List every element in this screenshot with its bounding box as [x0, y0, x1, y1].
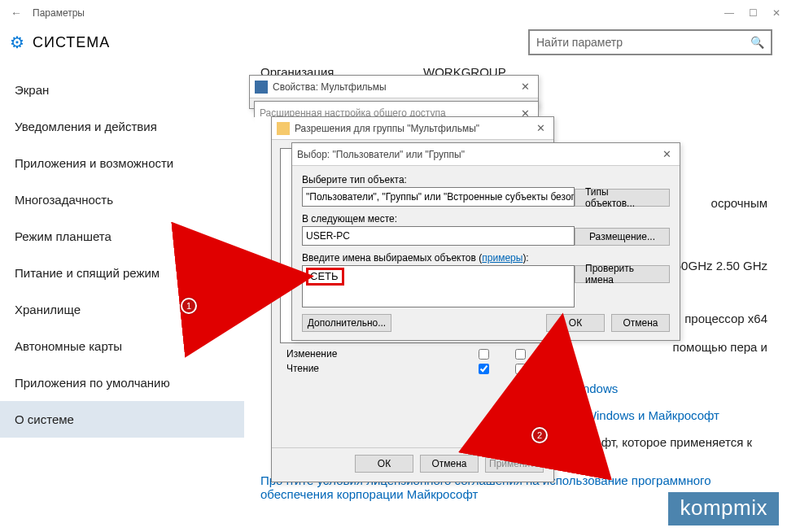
locations-button[interactable]: Размещение...: [575, 228, 670, 246]
search-icon: 🔍: [750, 36, 764, 49]
close-icon[interactable]: ✕: [659, 148, 675, 160]
sidebar-item-display[interactable]: Экран: [0, 72, 244, 108]
sidebar-item-about[interactable]: О системе: [0, 401, 244, 438]
dialog-advanced-share: Расширенная настройка общего доступа ✕: [254, 101, 539, 117]
close-button[interactable]: ✕: [772, 7, 780, 19]
perm-change-allow[interactable]: [479, 349, 489, 360]
text-fragment: Майкрософт, которое применяется к: [545, 435, 767, 449]
folder-icon: [277, 122, 290, 135]
search-placeholder: Найти параметр: [536, 36, 623, 49]
sidebar-item-defaults[interactable]: Приложения по умолчанию: [0, 364, 244, 401]
sidebar-item-multitask[interactable]: Многозадачность: [0, 181, 244, 218]
perm-cancel-button[interactable]: Отмена: [420, 455, 479, 473]
select-cancel-button[interactable]: Отмена: [611, 314, 670, 332]
perm-ok-button[interactable]: ОК: [355, 455, 413, 473]
advanced-button[interactable]: Дополнительно...: [302, 314, 391, 332]
check-names-button[interactable]: Проверить имена: [575, 265, 670, 283]
field-location: USER-PC: [302, 226, 575, 246]
object-types-button[interactable]: Типы объектов...: [575, 189, 670, 207]
annotation-bubble-1: 1: [181, 298, 197, 314]
page-title: СИСТЕМА: [33, 34, 110, 51]
search-input[interactable]: Найти параметр 🔍: [528, 29, 772, 55]
perm-read-allow[interactable]: [479, 364, 489, 374]
dialog-title: Свойства: Мультфильмы: [273, 81, 387, 93]
sidebar-item-storage[interactable]: Хранилище: [0, 291, 244, 328]
link-windows[interactable]: сии Windows: [545, 382, 767, 395]
examples-link[interactable]: примеры: [482, 252, 522, 264]
names-input[interactable]: СЕТЬ: [302, 265, 575, 307]
perm-change-deny[interactable]: [515, 349, 526, 360]
gear-icon: ⚙: [10, 33, 24, 52]
field-object-type: "Пользователи", "Группы" или "Встроенные…: [302, 187, 575, 207]
window-buttons: — ☐ ✕: [724, 7, 780, 19]
dialog-select-users: Выбор: "Пользователи" или "Группы" ✕ Выб…: [291, 142, 680, 341]
maximize-button[interactable]: ☐: [749, 7, 758, 19]
close-icon[interactable]: ✕: [518, 81, 533, 93]
back-icon[interactable]: ←: [7, 7, 26, 20]
dialog-title: Разрешения для группы "Мультфильмы": [295, 123, 479, 134]
annotation-bubble-2: 2: [531, 427, 548, 443]
header: ⚙ СИСТЕМА Найти параметр 🔍: [0, 26, 787, 65]
sidebar-item-power[interactable]: Питание и спящий режим: [0, 255, 244, 291]
minimize-button[interactable]: —: [724, 7, 734, 19]
window-titlebar: ← Параметры — ☐ ✕: [0, 0, 787, 26]
link-services[interactable]: служб Windows и Майкрософт: [547, 408, 767, 422]
label-names: Введите имена выбираемых объектов (приме…: [302, 252, 575, 264]
sidebar-item-tablet[interactable]: Режим планшета: [0, 218, 244, 255]
sidebar: Экран Уведомления и действия Приложения …: [0, 65, 244, 527]
select-ok-button[interactable]: ОК: [546, 314, 605, 332]
perm-row-read: Чтение: [280, 361, 545, 376]
label-location: В следующем месте:: [302, 213, 575, 225]
window-title: Параметры: [33, 7, 85, 19]
entered-name: СЕТЬ: [306, 268, 344, 286]
perm-read-deny[interactable]: [515, 364, 526, 374]
app-icon: [255, 81, 268, 94]
label-object-type: Выберите тип объекта:: [302, 174, 575, 185]
sidebar-item-notifications[interactable]: Уведомления и действия: [0, 108, 244, 145]
watermark: kompmix: [668, 492, 779, 525]
perm-apply-button[interactable]: Применить: [485, 455, 544, 473]
sidebar-item-maps[interactable]: Автономные карты: [0, 328, 244, 364]
sidebar-item-apps[interactable]: Приложения и возможности: [0, 145, 244, 181]
close-icon[interactable]: ✕: [533, 122, 549, 134]
dialog-title: Выбор: "Пользователи" или "Группы": [297, 149, 465, 160]
perm-row-change: Изменение: [280, 347, 545, 361]
